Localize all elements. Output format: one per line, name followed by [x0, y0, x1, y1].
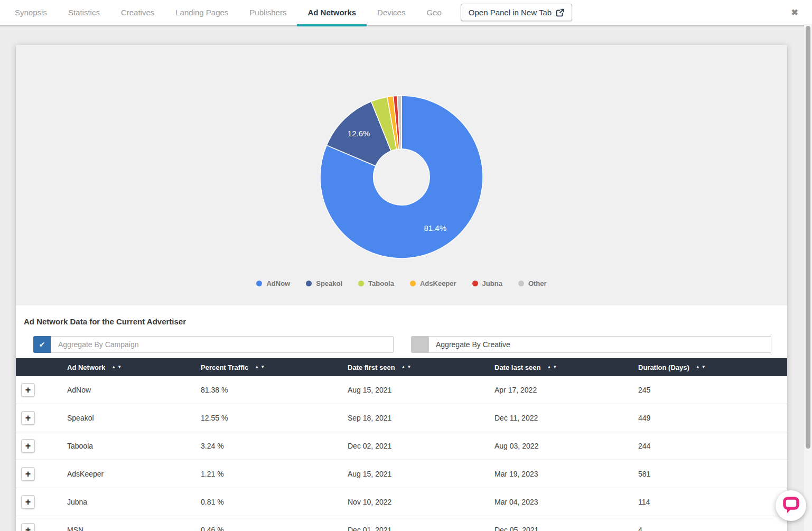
- cell-network: Speakol: [67, 414, 201, 422]
- tab-devices[interactable]: Devices: [367, 0, 416, 25]
- legend-label: Jubna: [482, 280, 502, 287]
- legend-item-adskeeper[interactable]: AdsKeeper: [410, 280, 456, 287]
- sort-arrows-icon[interactable]: ▲▼: [402, 365, 412, 369]
- cell-first-seen: Dec 01, 2021: [348, 526, 494, 531]
- expand-row-button[interactable]: +: [21, 383, 35, 397]
- cell-percent: 0.46 %: [201, 526, 348, 531]
- legend-label: AdsKeeper: [420, 280, 456, 287]
- expand-row-button[interactable]: +: [21, 523, 35, 531]
- column-label: Date first seen: [348, 364, 395, 371]
- check-icon: ✔: [39, 340, 45, 349]
- column-header-duration-days[interactable]: Duration (Days)▲▼: [638, 364, 787, 371]
- legend-item-jubna[interactable]: Jubna: [472, 280, 502, 287]
- legend-dot-icon: [518, 281, 524, 286]
- column-label: Ad Network: [67, 364, 105, 371]
- ad-networks-panel: 81.4%12.6% AdNowSpeakolTaboolaAdsKeeperJ…: [16, 45, 787, 531]
- aggregate-by-creative-field[interactable]: Aggregate By Creative: [428, 336, 771, 353]
- column-header-percent-traffic[interactable]: Percent Traffic▲▼: [201, 364, 348, 371]
- cell-network: AdNow: [67, 386, 201, 394]
- legend-dot-icon: [306, 281, 312, 286]
- sort-arrows-icon[interactable]: ▲▼: [255, 365, 265, 369]
- cell-duration: 581: [638, 470, 787, 478]
- cell-first-seen: Nov 10, 2022: [348, 498, 494, 506]
- legend-dot-icon: [256, 281, 262, 286]
- cell-percent: 12.55 %: [201, 414, 348, 422]
- expand-cell: +: [16, 495, 67, 509]
- column-label: Duration (Days): [638, 364, 689, 371]
- cell-last-seen: Aug 03, 2022: [494, 442, 638, 450]
- cell-first-seen: Aug 15, 2021: [348, 470, 494, 478]
- legend-label: AdNow: [266, 280, 290, 287]
- tab-ad-networks[interactable]: Ad Networks: [297, 0, 367, 25]
- legend-item-other[interactable]: Other: [518, 280, 547, 287]
- expand-cell: +: [16, 383, 67, 397]
- legend-dot-icon: [358, 281, 364, 286]
- cell-duration: 449: [638, 414, 787, 422]
- traffic-share-chart: 81.4%12.6% AdNowSpeakolTaboolaAdsKeeperJ…: [16, 45, 787, 305]
- expand-row-button[interactable]: +: [21, 439, 35, 453]
- legend-item-taboola[interactable]: Taboola: [358, 280, 394, 287]
- scrollbar-thumb[interactable]: [806, 26, 810, 449]
- legend-item-adnow[interactable]: AdNow: [256, 280, 290, 287]
- table-row-speakol: +Speakol12.55 %Sep 18, 2021Dec 11, 20224…: [16, 404, 787, 432]
- tab-landing-pages[interactable]: Landing Pages: [165, 0, 239, 25]
- tab-statistics[interactable]: Statistics: [58, 0, 110, 25]
- cell-duration: 244: [638, 442, 787, 450]
- cell-network: MSN: [67, 526, 201, 531]
- cell-last-seen: Dec 11, 2022: [494, 414, 638, 422]
- tab-synopsis[interactable]: Synopsis: [4, 0, 58, 25]
- expand-row-button[interactable]: +: [21, 495, 35, 509]
- section-title: Ad Network Data for the Current Advertis…: [24, 317, 787, 326]
- cell-percent: 0.81 %: [201, 498, 348, 506]
- aggregate-by-campaign: ✔ Aggregate By Campaign: [33, 336, 394, 353]
- legend-dot-icon: [472, 281, 478, 286]
- cell-duration: 4: [638, 526, 787, 531]
- table-row-msn: +MSN0.46 %Dec 01, 2021Dec 05, 20214: [16, 516, 787, 531]
- expand-cell: +: [16, 467, 67, 481]
- aggregate-by-campaign-checkbox[interactable]: ✔: [33, 336, 51, 353]
- open-panel-label: Open Panel in New Tab: [469, 8, 552, 17]
- sort-arrows-icon[interactable]: ▲▼: [696, 365, 706, 369]
- aggregate-by-creative: Aggregate By Creative: [411, 336, 771, 353]
- tabs-nav: SynopsisStatisticsCreativesLanding Pages…: [4, 0, 452, 25]
- cell-last-seen: Mar 19, 2023: [494, 470, 638, 478]
- tab-creatives[interactable]: Creatives: [110, 0, 165, 25]
- sort-arrows-icon[interactable]: ▲▼: [547, 365, 557, 369]
- cell-network: AdsKeeper: [67, 470, 201, 478]
- cell-percent: 1.21 %: [201, 470, 348, 478]
- legend-label: Speakol: [316, 280, 342, 287]
- cell-network: Taboola: [67, 442, 201, 450]
- close-icon[interactable]: ✖: [791, 8, 798, 17]
- legend-item-speakol[interactable]: Speakol: [306, 280, 342, 287]
- column-header-date-last-seen[interactable]: Date last seen▲▼: [494, 364, 638, 371]
- legend-dot-icon: [410, 281, 416, 286]
- expand-row-button[interactable]: +: [21, 467, 35, 481]
- ad-network-data-section: Ad Network Data for the Current Advertis…: [16, 317, 787, 531]
- chat-widget-button[interactable]: [776, 490, 806, 521]
- cell-first-seen: Sep 18, 2021: [348, 414, 494, 422]
- aggregate-by-creative-checkbox[interactable]: [411, 336, 428, 353]
- open-panel-button[interactable]: Open Panel in New Tab: [461, 4, 572, 21]
- column-header-ad-network[interactable]: Ad Network▲▼: [67, 364, 201, 371]
- expand-cell: +: [16, 439, 67, 453]
- scrollbar-track[interactable]: [804, 24, 812, 531]
- table-row-jubna: +Jubna0.81 %Nov 10, 2022Mar 04, 2023114: [16, 488, 787, 516]
- table-body: +AdNow81.38 %Aug 15, 2021Apr 17, 2022245…: [16, 376, 787, 531]
- aggregate-by-campaign-field[interactable]: Aggregate By Campaign: [51, 336, 394, 353]
- tab-publishers[interactable]: Publishers: [239, 0, 297, 25]
- external-link-icon: [556, 8, 564, 17]
- table-row-adskeeper: +AdsKeeper1.21 %Aug 15, 2021Mar 19, 2023…: [16, 460, 787, 488]
- cell-last-seen: Mar 04, 2023: [494, 498, 638, 506]
- ad-network-table: Ad Network▲▼Percent Traffic▲▼Date first …: [16, 358, 787, 531]
- expand-row-button[interactable]: +: [21, 411, 35, 425]
- slice-label-speakol: 12.6%: [348, 129, 370, 138]
- cell-last-seen: Dec 05, 2021: [494, 526, 638, 531]
- slice-label-adnow: 81.4%: [424, 223, 447, 232]
- cell-duration: 245: [638, 386, 787, 394]
- column-header-date-first-seen[interactable]: Date first seen▲▼: [348, 364, 494, 371]
- tab-geo[interactable]: Geo: [416, 0, 452, 25]
- sort-arrows-icon[interactable]: ▲▼: [111, 365, 122, 369]
- cell-first-seen: Aug 15, 2021: [348, 386, 494, 394]
- column-label: Date last seen: [494, 364, 540, 371]
- cell-percent: 3.24 %: [201, 442, 348, 450]
